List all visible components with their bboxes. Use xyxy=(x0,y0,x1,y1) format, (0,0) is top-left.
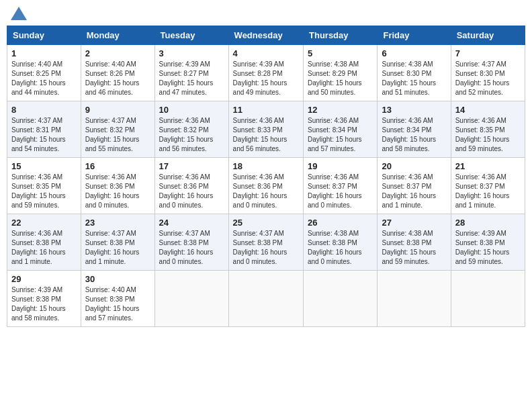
day-number: 10 xyxy=(159,105,224,115)
day-info: Sunrise: 4:37 AM Sunset: 8:30 PM Dayligh… xyxy=(455,60,521,97)
logo-icon xyxy=(11,7,27,20)
calendar-day-cell: 15Sunrise: 4:36 AM Sunset: 8:35 PM Dayli… xyxy=(7,158,81,214)
day-number: 19 xyxy=(308,161,373,171)
calendar-day-cell xyxy=(304,271,378,327)
calendar-day-cell: 20Sunrise: 4:36 AM Sunset: 8:37 PM Dayli… xyxy=(378,158,451,214)
day-number: 29 xyxy=(11,274,77,284)
day-info: Sunrise: 4:36 AM Sunset: 8:37 PM Dayligh… xyxy=(308,173,373,210)
calendar-day-cell xyxy=(154,271,228,327)
day-number: 3 xyxy=(159,48,224,58)
calendar-header-thursday: Thursday xyxy=(304,26,378,45)
calendar-header-monday: Monday xyxy=(81,26,154,45)
calendar-day-cell: 26Sunrise: 4:38 AM Sunset: 8:38 PM Dayli… xyxy=(304,214,378,271)
day-info: Sunrise: 4:36 AM Sunset: 8:34 PM Dayligh… xyxy=(382,116,446,154)
day-info: Sunrise: 4:36 AM Sunset: 8:36 PM Dayligh… xyxy=(159,173,224,210)
calendar-body: 1Sunrise: 4:40 AM Sunset: 8:25 PM Daylig… xyxy=(7,45,525,327)
calendar-header-friday: Friday xyxy=(378,26,451,45)
day-number: 9 xyxy=(85,105,150,115)
day-number: 28 xyxy=(455,218,521,228)
calendar-week-row: 8Sunrise: 4:37 AM Sunset: 8:31 PM Daylig… xyxy=(7,101,525,158)
calendar-week-row: 1Sunrise: 4:40 AM Sunset: 8:25 PM Daylig… xyxy=(7,45,525,101)
day-number: 27 xyxy=(382,218,446,228)
day-number: 14 xyxy=(455,105,521,115)
day-info: Sunrise: 4:38 AM Sunset: 8:29 PM Dayligh… xyxy=(308,60,373,97)
calendar-day-cell xyxy=(451,271,525,327)
day-info: Sunrise: 4:39 AM Sunset: 8:28 PM Dayligh… xyxy=(233,60,299,97)
calendar-day-cell: 14Sunrise: 4:36 AM Sunset: 8:35 PM Dayli… xyxy=(451,101,525,158)
calendar-week-row: 29Sunrise: 4:39 AM Sunset: 8:38 PM Dayli… xyxy=(7,271,525,327)
calendar-day-cell: 22Sunrise: 4:36 AM Sunset: 8:38 PM Dayli… xyxy=(7,214,81,271)
calendar-day-cell: 5Sunrise: 4:38 AM Sunset: 8:29 PM Daylig… xyxy=(304,45,378,101)
calendar-day-cell: 2Sunrise: 4:40 AM Sunset: 8:26 PM Daylig… xyxy=(81,45,154,101)
calendar-header-wednesday: Wednesday xyxy=(228,26,303,45)
day-info: Sunrise: 4:36 AM Sunset: 8:35 PM Dayligh… xyxy=(455,116,521,154)
calendar-day-cell: 25Sunrise: 4:37 AM Sunset: 8:38 PM Dayli… xyxy=(228,214,303,271)
day-number: 16 xyxy=(85,161,150,171)
calendar-day-cell: 16Sunrise: 4:36 AM Sunset: 8:36 PM Dayli… xyxy=(81,158,154,214)
day-number: 8 xyxy=(11,105,77,115)
day-info: Sunrise: 4:37 AM Sunset: 8:38 PM Dayligh… xyxy=(159,229,224,267)
day-info: Sunrise: 4:37 AM Sunset: 8:32 PM Dayligh… xyxy=(85,116,150,154)
day-number: 21 xyxy=(455,161,521,171)
day-info: Sunrise: 4:36 AM Sunset: 8:36 PM Dayligh… xyxy=(233,173,299,210)
day-number: 7 xyxy=(455,48,521,58)
day-info: Sunrise: 4:39 AM Sunset: 8:38 PM Dayligh… xyxy=(11,285,77,323)
svg-marker-0 xyxy=(11,7,27,20)
calendar-header-saturday: Saturday xyxy=(451,26,525,45)
calendar-day-cell: 13Sunrise: 4:36 AM Sunset: 8:34 PM Dayli… xyxy=(378,101,451,158)
calendar-day-cell: 4Sunrise: 4:39 AM Sunset: 8:28 PM Daylig… xyxy=(228,45,303,101)
calendar-header-row: SundayMondayTuesdayWednesdayThursdayFrid… xyxy=(7,26,525,45)
day-info: Sunrise: 4:36 AM Sunset: 8:33 PM Dayligh… xyxy=(233,116,299,154)
day-info: Sunrise: 4:36 AM Sunset: 8:36 PM Dayligh… xyxy=(85,173,150,210)
calendar-header-sunday: Sunday xyxy=(7,26,81,45)
day-number: 25 xyxy=(233,218,299,228)
day-info: Sunrise: 4:38 AM Sunset: 8:38 PM Dayligh… xyxy=(308,229,373,267)
day-number: 1 xyxy=(11,48,77,58)
day-number: 13 xyxy=(382,105,446,115)
calendar-day-cell: 1Sunrise: 4:40 AM Sunset: 8:25 PM Daylig… xyxy=(7,45,81,101)
calendar-day-cell xyxy=(228,271,303,327)
day-number: 23 xyxy=(85,218,150,228)
page-header xyxy=(7,7,525,20)
calendar-day-cell: 3Sunrise: 4:39 AM Sunset: 8:27 PM Daylig… xyxy=(154,45,228,101)
day-info: Sunrise: 4:38 AM Sunset: 8:30 PM Dayligh… xyxy=(382,60,446,97)
calendar-day-cell: 29Sunrise: 4:39 AM Sunset: 8:38 PM Dayli… xyxy=(7,271,81,327)
day-number: 22 xyxy=(11,218,77,228)
day-info: Sunrise: 4:36 AM Sunset: 8:32 PM Dayligh… xyxy=(159,116,224,154)
day-number: 17 xyxy=(159,161,224,171)
day-info: Sunrise: 4:39 AM Sunset: 8:27 PM Dayligh… xyxy=(159,60,224,97)
calendar-day-cell: 10Sunrise: 4:36 AM Sunset: 8:32 PM Dayli… xyxy=(154,101,228,158)
day-info: Sunrise: 4:37 AM Sunset: 8:38 PM Dayligh… xyxy=(233,229,299,267)
day-number: 12 xyxy=(308,105,373,115)
calendar-day-cell: 12Sunrise: 4:36 AM Sunset: 8:34 PM Dayli… xyxy=(304,101,378,158)
day-number: 20 xyxy=(382,161,446,171)
calendar-day-cell: 24Sunrise: 4:37 AM Sunset: 8:38 PM Dayli… xyxy=(154,214,228,271)
calendar-day-cell: 27Sunrise: 4:38 AM Sunset: 8:38 PM Dayli… xyxy=(378,214,451,271)
day-info: Sunrise: 4:37 AM Sunset: 8:31 PM Dayligh… xyxy=(11,116,77,154)
calendar-week-row: 22Sunrise: 4:36 AM Sunset: 8:38 PM Dayli… xyxy=(7,214,525,271)
day-number: 4 xyxy=(233,48,299,58)
day-info: Sunrise: 4:36 AM Sunset: 8:34 PM Dayligh… xyxy=(308,116,373,154)
day-info: Sunrise: 4:36 AM Sunset: 8:37 PM Dayligh… xyxy=(382,173,446,210)
calendar-day-cell: 6Sunrise: 4:38 AM Sunset: 8:30 PM Daylig… xyxy=(378,45,451,101)
calendar-day-cell: 9Sunrise: 4:37 AM Sunset: 8:32 PM Daylig… xyxy=(81,101,154,158)
logo xyxy=(9,7,27,20)
day-info: Sunrise: 4:38 AM Sunset: 8:38 PM Dayligh… xyxy=(382,229,446,267)
calendar-header-tuesday: Tuesday xyxy=(154,26,228,45)
day-info: Sunrise: 4:36 AM Sunset: 8:38 PM Dayligh… xyxy=(11,229,77,267)
day-number: 6 xyxy=(382,48,446,58)
day-number: 30 xyxy=(85,274,150,284)
calendar-day-cell: 11Sunrise: 4:36 AM Sunset: 8:33 PM Dayli… xyxy=(228,101,303,158)
calendar-day-cell: 23Sunrise: 4:37 AM Sunset: 8:38 PM Dayli… xyxy=(81,214,154,271)
calendar-day-cell: 7Sunrise: 4:37 AM Sunset: 8:30 PM Daylig… xyxy=(451,45,525,101)
calendar-day-cell: 21Sunrise: 4:36 AM Sunset: 8:37 PM Dayli… xyxy=(451,158,525,214)
calendar-day-cell: 28Sunrise: 4:39 AM Sunset: 8:38 PM Dayli… xyxy=(451,214,525,271)
day-info: Sunrise: 4:37 AM Sunset: 8:38 PM Dayligh… xyxy=(85,229,150,267)
day-number: 15 xyxy=(11,161,77,171)
calendar-day-cell: 19Sunrise: 4:36 AM Sunset: 8:37 PM Dayli… xyxy=(304,158,378,214)
calendar-day-cell: 30Sunrise: 4:40 AM Sunset: 8:38 PM Dayli… xyxy=(81,271,154,327)
day-info: Sunrise: 4:40 AM Sunset: 8:38 PM Dayligh… xyxy=(85,285,150,323)
day-info: Sunrise: 4:40 AM Sunset: 8:25 PM Dayligh… xyxy=(11,60,77,97)
day-info: Sunrise: 4:36 AM Sunset: 8:37 PM Dayligh… xyxy=(455,173,521,210)
day-number: 5 xyxy=(308,48,373,58)
